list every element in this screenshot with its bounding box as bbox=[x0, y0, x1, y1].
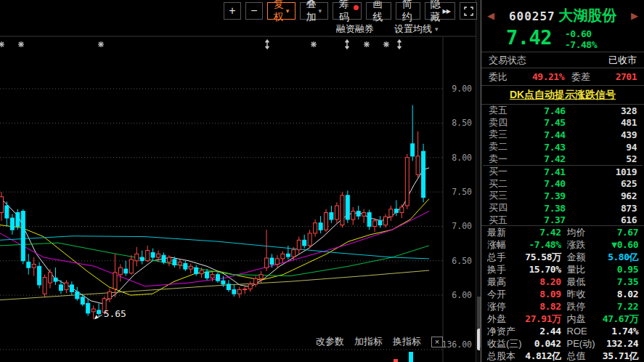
panel-collapse-handle[interactable] bbox=[477, 329, 480, 350]
stat-label: 总值 bbox=[567, 350, 599, 362]
stat-value: 0.95 bbox=[599, 264, 639, 275]
order-book-row[interactable]: 买四7.38873 bbox=[481, 202, 644, 214]
fullscreen-button[interactable] bbox=[460, 2, 477, 20]
stat-label: 外盘 bbox=[487, 313, 521, 326]
last-price: 7.42 bbox=[506, 27, 552, 49]
stat-value: 7.35 bbox=[599, 276, 639, 287]
level-label: 卖二 bbox=[489, 140, 518, 153]
order-book-row[interactable]: 买三7.39962 bbox=[481, 190, 644, 202]
panel-divider-scrollbar[interactable] bbox=[476, 0, 481, 362]
chart-toolbar: + − 复权 ▾ 叠加 ▾ 筹码 画线 简约 隐藏 ▶▶ bbox=[224, 2, 477, 20]
next-stock-arrow-icon[interactable]: ▶ bbox=[631, 11, 638, 20]
margin-trading-label: 融资融券 bbox=[336, 23, 374, 36]
chart-subtoolbar: 融资融券 设置均线 ▾ bbox=[336, 23, 439, 36]
level-label: 卖一 bbox=[489, 153, 518, 166]
level-volume: 52 bbox=[592, 153, 637, 164]
stat-value: 8.09 bbox=[521, 289, 561, 299]
add-indicator-button[interactable]: 加指标 bbox=[354, 335, 383, 348]
stat-row: 总手75.58万金额5.80亿 bbox=[481, 251, 644, 263]
hide-button[interactable]: 隐藏 ▶▶ bbox=[425, 2, 455, 20]
stat-value: 47.67万 bbox=[599, 313, 639, 326]
stat-label: 内盘 bbox=[567, 313, 599, 326]
stat-value: 75.58万 bbox=[521, 251, 561, 264]
level-price: 7.46 bbox=[518, 105, 592, 116]
fullscreen-icon bbox=[464, 7, 473, 16]
stat-label: 涨幅 bbox=[487, 238, 521, 252]
stock-app-window: + − 复权 ▾ 叠加 ▾ 筹码 画线 简约 隐藏 ▶▶ bbox=[0, 0, 644, 362]
level-volume: 94 bbox=[592, 142, 637, 153]
dk-signal-link[interactable]: DK点自动提示涨跌信号 bbox=[510, 89, 616, 102]
svg-text:7.00: 7.00 bbox=[452, 221, 472, 231]
level-price: 7.43 bbox=[518, 142, 592, 153]
close-icon: × bbox=[435, 337, 439, 346]
stat-row: 外盘27.91万内盘47.67万 bbox=[481, 313, 644, 325]
stat-value: 35.71亿 bbox=[599, 350, 639, 362]
stock-name: 大湖股份 bbox=[558, 7, 616, 23]
order-book-row[interactable]: 卖一7.4252 bbox=[481, 153, 644, 165]
stat-value: 8.82 bbox=[521, 301, 561, 312]
chevron-down-icon: ▾ bbox=[286, 8, 290, 15]
level-volume: 625 bbox=[592, 178, 637, 189]
stat-value: 27.91万 bbox=[521, 313, 561, 326]
adjust-price-button[interactable]: 复权 ▾ bbox=[267, 2, 295, 20]
level-price: 7.42 bbox=[518, 153, 592, 164]
chevron-down-icon: ▾ bbox=[435, 26, 439, 33]
weibi-value: 49.21% bbox=[519, 71, 564, 82]
zoom-out-button[interactable]: − bbox=[245, 2, 263, 20]
simple-mode-label: 简约 bbox=[402, 0, 414, 24]
stat-label: 今开 bbox=[487, 288, 521, 301]
level-label: 买五 bbox=[489, 214, 518, 227]
price-change: -0.60 bbox=[565, 28, 597, 39]
stat-value: 2.44 bbox=[521, 326, 561, 337]
stat-label: 跌停 bbox=[567, 300, 599, 313]
chip-distribution-label: 筹码 bbox=[339, 0, 351, 24]
stat-label: 昨收 bbox=[567, 288, 599, 301]
level-label: 卖四 bbox=[489, 116, 518, 129]
stat-label: ROE bbox=[567, 326, 599, 337]
order-book-row[interactable]: 卖二7.4394 bbox=[481, 141, 644, 153]
level-label: 卖三 bbox=[489, 128, 518, 141]
chip-distribution-button[interactable]: 筹码 bbox=[333, 2, 362, 20]
order-book-row[interactable]: 买二7.40625 bbox=[481, 178, 644, 190]
ma-settings-link[interactable]: 设置均线 ▾ bbox=[394, 23, 439, 36]
kline-chart[interactable]: 9.008.508.007.507.006.506.005.65136.00 bbox=[0, 0, 476, 362]
change-params-button[interactable]: 改参数 bbox=[316, 335, 344, 348]
stat-row: 净资产2.44ROE1.74% bbox=[481, 325, 644, 337]
stat-value: 0.042 bbox=[521, 338, 561, 349]
order-book-row[interactable]: 买五7.37616 bbox=[481, 214, 644, 226]
stat-label: 均价 bbox=[567, 226, 599, 239]
level-price: 7.45 bbox=[518, 117, 592, 128]
level-label: 卖五 bbox=[489, 104, 518, 117]
level-volume: 439 bbox=[592, 129, 637, 140]
prev-stock-arrow-icon[interactable]: ◀ bbox=[487, 11, 494, 20]
notification-dot-icon bbox=[354, 5, 359, 10]
close-indicator-button[interactable]: × bbox=[431, 337, 443, 347]
trade-status-row: 交易状态 已收市 bbox=[481, 52, 644, 68]
margin-trading-link[interactable]: 融资融券 bbox=[336, 23, 374, 36]
stat-label: 净资产 bbox=[487, 325, 521, 338]
minus-icon: − bbox=[250, 4, 257, 17]
order-book-row[interactable]: 卖五7.46328 bbox=[481, 105, 644, 117]
stat-row: 最新7.42均价7.67 bbox=[481, 226, 644, 238]
zoom-in-button[interactable]: + bbox=[224, 2, 241, 20]
svg-text:136.00: 136.00 bbox=[441, 339, 472, 350]
stat-label: 最高 bbox=[487, 275, 521, 289]
svg-text:6.00: 6.00 bbox=[452, 290, 472, 300]
switch-indicator-button[interactable]: 换指标 bbox=[393, 335, 421, 348]
order-book-row[interactable]: 卖四7.45481 bbox=[481, 117, 644, 129]
quote-panel: ◀ 600257 大湖股份 ▶ 7.42 -0.60 -7.48% 交易状态 已… bbox=[481, 0, 644, 362]
price-change-pct: -7.48% bbox=[565, 39, 597, 50]
indicator-toolbar: 改参数 加指标 换指标 × bbox=[312, 335, 443, 348]
order-book-row[interactable]: 卖三7.44439 bbox=[481, 129, 644, 141]
overlay-button[interactable]: 叠加 ▾ bbox=[300, 2, 328, 20]
svg-text:8.00: 8.00 bbox=[452, 153, 472, 163]
double-arrow-right-icon: ▶▶ bbox=[443, 8, 450, 15]
simple-mode-button[interactable]: 简约 bbox=[396, 2, 420, 20]
order-book-row[interactable]: 买一7.411019 bbox=[481, 166, 644, 178]
level-volume: 616 bbox=[592, 214, 637, 225]
chevron-down-icon: ▾ bbox=[319, 8, 322, 15]
trade-status-value: 已收市 bbox=[608, 54, 637, 67]
level-label: 买一 bbox=[489, 165, 518, 178]
level-price: 7.41 bbox=[518, 166, 592, 177]
draw-line-button[interactable]: 画线 bbox=[366, 2, 391, 20]
